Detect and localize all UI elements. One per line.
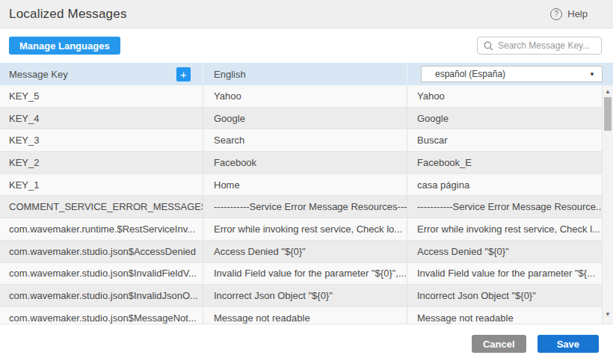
table-row[interactable]: KEY_4 Google Google [0, 108, 602, 130]
cell-message-key: com.wavemaker.studio.json$InvalidFieldV.… [0, 263, 203, 285]
table-body: KEY_5 Yahoo Yahoo KEY_4 Google Google KE… [0, 85, 613, 324]
cell-translation[interactable]: Invalid Field value for the parameter "$… [407, 263, 602, 285]
cell-english[interactable]: Incorrect Json Object "${0}" [203, 285, 407, 306]
cell-english[interactable]: Search [203, 129, 407, 151]
column-header-english: English [203, 63, 407, 85]
help-button[interactable]: ? Help [550, 8, 588, 20]
footer: Cancel Save [0, 324, 613, 364]
table-row[interactable]: KEY_1 Home casa página [0, 174, 602, 197]
cell-translation[interactable]: Buscar [407, 129, 602, 151]
cell-message-key: KEY_5 [0, 85, 203, 107]
cell-translation[interactable]: Facebook_E [407, 152, 602, 173]
table-row[interactable]: COMMENT_SERVICE_ERROR_MESSAGES ---------… [0, 196, 602, 218]
cell-translation[interactable]: -----------Service Error Message Resourc… [407, 196, 602, 218]
scroll-up-arrow-icon[interactable]: ▲ [603, 87, 613, 96]
search-input[interactable] [498, 40, 597, 51]
cell-english[interactable]: Facebook [203, 152, 407, 173]
language-select[interactable]: español (España) ▼ [421, 66, 603, 82]
column-label-english: English [214, 69, 246, 80]
cell-english[interactable]: Google [203, 108, 407, 129]
scrollbar-thumb[interactable] [604, 97, 612, 131]
cell-english[interactable]: Access Denied "${0}" [203, 241, 407, 262]
help-icon: ? [550, 8, 562, 20]
cell-translation[interactable]: Access Denied "${0}" [407, 241, 602, 262]
cell-english[interactable]: Yahoo [203, 85, 407, 107]
cell-translation[interactable]: Incorrect Json Object "${0}" [407, 285, 602, 306]
cell-translation[interactable]: Error while invoking rest service, Check… [407, 218, 602, 240]
cell-message-key: com.wavemaker.studio.json$InvalidJsonO..… [0, 285, 203, 306]
cell-translation[interactable]: Message not readable [407, 307, 602, 324]
cell-message-key: KEY_3 [0, 129, 203, 151]
manage-languages-button[interactable]: Manage Languages [9, 37, 120, 55]
page-title: Localized Messages [9, 7, 127, 22]
cell-message-key: COMMENT_SERVICE_ERROR_MESSAGES [0, 196, 203, 218]
table-row[interactable]: com.wavemaker.studio.json$InvalidJsonO..… [0, 285, 602, 307]
scroll-down-arrow-icon[interactable]: ▼ [603, 310, 613, 319]
search-box[interactable] [477, 37, 602, 55]
cell-translation[interactable]: casa página [407, 174, 602, 196]
chevron-down-icon: ▼ [589, 71, 595, 78]
table-row[interactable]: KEY_2 Facebook Facebook_E [0, 152, 602, 174]
cell-translation[interactable]: Yahoo [407, 85, 602, 107]
table-header: Message Key + English español (España) ▼ [0, 63, 613, 85]
localized-messages-dialog: Localized Messages ? Help Manage Languag… [0, 0, 613, 364]
toolbar: Manage Languages [0, 28, 613, 63]
table-body-rows: KEY_5 Yahoo Yahoo KEY_4 Google Google KE… [0, 85, 602, 324]
plus-icon: + [180, 68, 187, 81]
column-header-message-key: Message Key + [0, 63, 203, 85]
cell-english[interactable]: Error while invoking rest service, Check… [203, 218, 407, 240]
cell-message-key: KEY_2 [0, 152, 203, 173]
language-select-value: español (España) [435, 69, 505, 79]
cancel-button[interactable]: Cancel [472, 335, 526, 353]
column-header-language: español (España) ▼ [407, 63, 613, 85]
table-row[interactable]: com.wavemaker.studio.json$MessageNot... … [0, 307, 602, 324]
column-label-message-key: Message Key [9, 69, 68, 80]
table-row[interactable]: KEY_5 Yahoo Yahoo [0, 85, 602, 108]
cell-translation[interactable]: Google [407, 108, 602, 129]
cell-english[interactable]: Invalid Field value for the parameter "$… [203, 263, 407, 285]
cell-message-key: KEY_4 [0, 108, 203, 129]
titlebar: Localized Messages ? Help [0, 0, 613, 28]
table-row[interactable]: com.wavemaker.studio.json$AccessDenied A… [0, 241, 602, 263]
add-language-column-button[interactable]: + [176, 67, 191, 81]
table-row[interactable]: KEY_3 Search Buscar [0, 129, 602, 152]
save-button[interactable]: Save [537, 335, 599, 353]
search-icon [484, 41, 493, 51]
cell-message-key: com.wavemaker.studio.json$AccessDenied [0, 241, 203, 262]
table-row[interactable]: com.wavemaker.runtime.$RestServiceInv...… [0, 218, 602, 241]
table-row[interactable]: com.wavemaker.studio.json$InvalidFieldV.… [0, 263, 602, 286]
vertical-scrollbar[interactable]: ▲ ▼ [602, 85, 613, 324]
help-label: Help [567, 8, 588, 19]
cell-english[interactable]: Message not readable [203, 307, 407, 324]
cell-message-key: com.wavemaker.studio.json$MessageNot... [0, 307, 203, 324]
cell-english[interactable]: -----------Service Error Message Resourc… [203, 196, 407, 218]
cell-message-key: KEY_1 [0, 174, 203, 196]
cell-message-key: com.wavemaker.runtime.$RestServiceInv... [0, 218, 203, 240]
cell-english[interactable]: Home [203, 174, 407, 196]
